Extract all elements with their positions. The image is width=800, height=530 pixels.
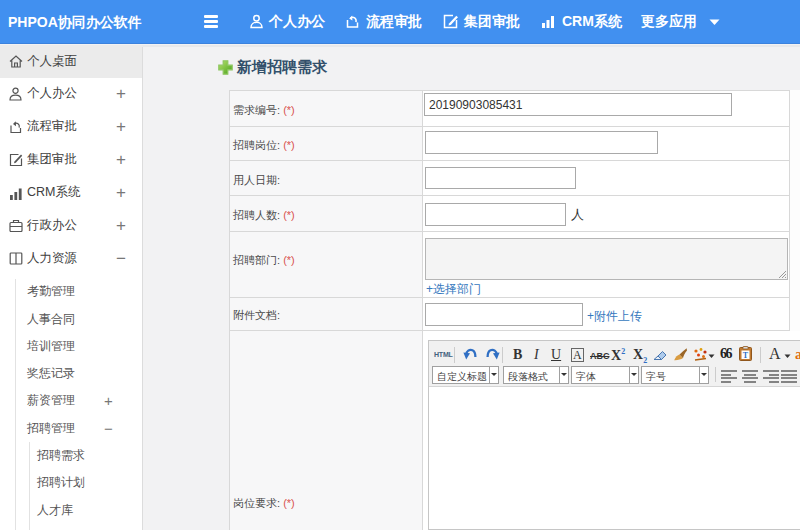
svg-text:T: T — [743, 351, 749, 360]
